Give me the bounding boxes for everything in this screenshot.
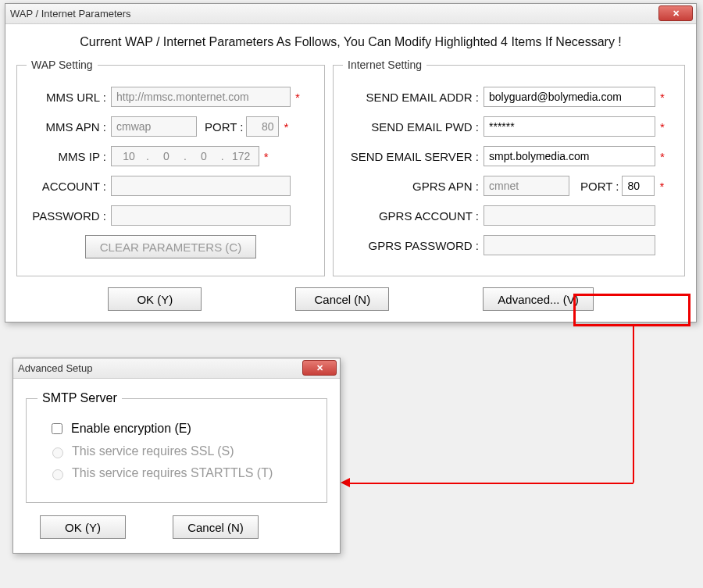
account-input[interactable] [111,176,291,196]
mms-ip-input[interactable]: . . . [111,146,259,166]
gprs-password-label: GPRS PASSWORD : [343,239,484,252]
ok-button[interactable]: OK (Y) [40,515,126,539]
ip-octet-1[interactable] [112,147,146,166]
ip-octet-4[interactable] [224,147,259,166]
enable-encryption-checkbox[interactable] [52,423,62,434]
password-label: PASSWORD : [27,209,111,223]
close-icon: ✕ [673,9,680,19]
window-title: Advanced Setup [18,362,92,374]
mms-port-label: PORT : [197,120,246,134]
close-button[interactable]: ✕ [658,5,693,21]
arrow-line [350,483,633,484]
arrow-line [633,326,634,483]
gprs-password-input[interactable] [484,235,655,255]
ok-button[interactable]: OK (Y) [108,287,202,311]
gprs-apn-label: GPRS APN : [343,180,484,193]
ssl-radio[interactable] [52,447,63,458]
mms-url-input[interactable] [111,87,291,107]
internet-setting-group: Internet Setting SEND EMAIL ADDR : * SEN… [333,59,685,276]
starttls-label: This service requires STARTTLS (T) [72,466,273,480]
wap-internet-dialog: WAP / Internet Parameters ✕ Current WAP … [5,3,697,323]
titlebar: WAP / Internet Parameters ✕ [5,4,696,24]
required-marker: * [284,120,288,134]
send-email-server-input[interactable] [484,146,655,166]
wap-legend: WAP Setting [27,59,98,71]
cancel-button[interactable]: Cancel (N) [173,515,259,539]
required-marker: * [660,120,665,134]
advanced-button[interactable]: Advanced... (V) [483,287,593,311]
send-email-addr-input[interactable] [484,87,655,107]
account-label: ACCOUNT : [27,180,111,193]
required-marker: * [264,150,269,163]
mms-port-input[interactable] [246,116,279,137]
password-input[interactable] [111,205,291,226]
close-icon: ✕ [316,363,323,373]
gprs-port-input[interactable] [622,176,655,196]
starttls-radio[interactable] [52,469,63,480]
clear-parameters-button[interactable]: CLEAR PARAMETERS (C) [85,235,256,258]
mms-ip-label: MMS IP : [27,150,111,163]
ip-octet-3[interactable] [187,147,221,166]
required-marker: * [660,150,665,163]
instruction-text: Current WAP / Internet Parameters As Fol… [16,35,685,49]
send-email-addr-label: SEND EMAIL ADDR : [343,91,484,104]
required-marker: * [295,91,300,104]
required-marker: * [659,180,664,193]
enable-encryption-label: Enable encryption (E) [71,422,191,436]
gprs-account-label: GPRS ACCOUNT : [343,209,484,223]
gprs-account-input[interactable] [484,205,655,226]
smtp-legend: SMTP Server [37,391,122,405]
smtp-server-group: SMTP Server Enable encryption (E) This s… [26,391,327,503]
window-title: WAP / Internet Parameters [10,8,131,20]
internet-legend: Internet Setting [343,59,426,71]
titlebar: Advanced Setup ✕ [13,358,340,379]
send-email-pwd-label: SEND EMAIL PWD : [343,120,484,134]
gprs-apn-input[interactable] [484,176,569,196]
mms-apn-label: MMS APN : [27,120,111,134]
send-email-server-label: SEND EMAIL SERVER : [343,150,484,163]
close-button[interactable]: ✕ [302,360,337,376]
arrow-head-icon [341,478,350,487]
advanced-setup-dialog: Advanced Setup ✕ SMTP Server Enable encr… [12,358,341,554]
send-email-pwd-input[interactable] [484,116,655,137]
mms-apn-input[interactable] [111,116,197,137]
cancel-button[interactable]: Cancel (N) [295,287,389,311]
ip-octet-2[interactable] [149,147,184,166]
wap-setting-group: WAP Setting MMS URL : * MMS APN : PORT :… [16,59,325,276]
required-marker: * [660,91,665,104]
ssl-label: This service requires SSL (S) [72,444,234,458]
gprs-port-label: PORT : [569,180,622,193]
mms-url-label: MMS URL : [27,91,111,104]
